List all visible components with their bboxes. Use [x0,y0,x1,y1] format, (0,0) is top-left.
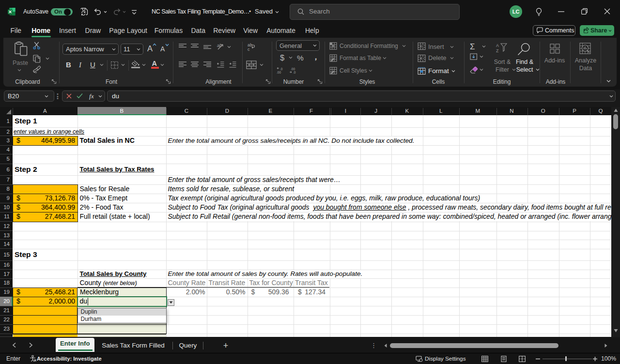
svg-text:.00: .00 [291,67,295,71]
svg-text:.0: .0 [293,71,296,74]
svg-text:Z: Z [496,48,499,53]
svg-text:A: A [496,43,499,48]
svg-text:.00: .00 [277,71,281,74]
svg-text:ab: ab [217,43,222,48]
svg-text:c: c [248,47,250,51]
svg-text:.0: .0 [280,67,283,71]
